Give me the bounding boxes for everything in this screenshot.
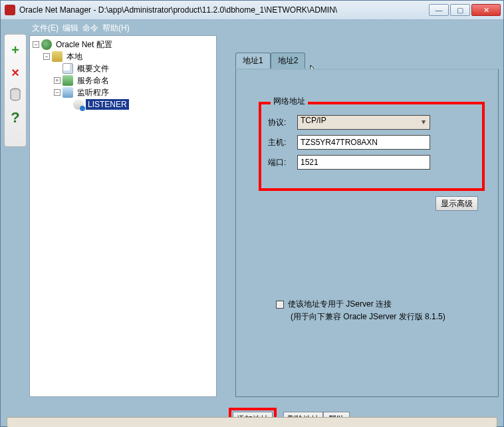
minimize-button[interactable]: — — [429, 4, 449, 16]
menu-help[interactable]: 帮助(H) — [102, 23, 130, 34]
title-bar[interactable]: Oracle Net Manager - D:\app\Administrato… — [1, 1, 503, 20]
add-icon[interactable]: + — [5, 40, 25, 60]
group-legend: 网络地址 — [271, 96, 308, 107]
tree-profile[interactable]: 概要文件 — [54, 63, 213, 74]
jserver-row: 使该地址专用于 JServer 连接 (用于向下兼容 Oracle JServe… — [276, 299, 485, 323]
maximize-button[interactable]: ▢ — [450, 4, 470, 16]
tree-panel: −Oracle Net 配置 −本地 概要文件 +服务命名 −监听程序 LIST… — [29, 35, 217, 397]
jserver-note: (用于向下兼容 Oracle JServer 发行版 8.1.5) — [291, 311, 485, 323]
jserver-label: 使该地址专用于 JServer 连接 — [288, 299, 392, 309]
help-icon[interactable]: ? — [5, 108, 25, 128]
status-bar — [7, 417, 497, 427]
file-icon — [63, 63, 73, 74]
menu-file[interactable]: 文件(E) — [32, 23, 59, 34]
menu-bar: 文件(E) 编辑 命令 帮助(H) — [1, 21, 503, 34]
listener-icon — [63, 87, 73, 98]
tab-body: 网络地址 协议: TCP/IP 主机: 端口: — [235, 69, 499, 397]
tree-listener[interactable]: −监听程序 — [54, 86, 213, 98]
tool-sidebar: + × ? — [4, 34, 27, 147]
app-icon — [5, 5, 15, 15]
close-button[interactable]: ✕ — [471, 4, 501, 16]
port-input[interactable] — [297, 155, 430, 170]
protocol-select[interactable]: TCP/IP — [297, 115, 430, 130]
detail-panel: 地址1地址2 网络地址 协议: TCP/IP 主机: — [229, 35, 499, 397]
host-input[interactable] — [297, 135, 430, 150]
folder-icon — [52, 51, 63, 62]
tree-root[interactable]: −Oracle Net 配置 — [33, 39, 213, 51]
delete-icon[interactable]: × — [5, 63, 25, 82]
menu-edit[interactable]: 编辑 — [63, 23, 78, 34]
tree-local[interactable]: −本地 — [43, 51, 213, 63]
protocol-label: 协议: — [268, 117, 297, 128]
service-icon — [63, 75, 73, 86]
host-label: 主机: — [268, 137, 297, 148]
db-icon[interactable] — [5, 85, 25, 105]
tab-address1[interactable]: 地址1 — [235, 53, 271, 69]
tab-address2[interactable]: 地址2 — [271, 53, 306, 69]
globe-icon — [41, 39, 52, 50]
show-advanced-button[interactable]: 显示高级 — [436, 196, 478, 211]
tree-listener-item[interactable]: LISTENER — [64, 98, 213, 110]
menu-command[interactable]: 命令 — [82, 23, 98, 34]
window-title: Oracle Net Manager - D:\app\Administrato… — [19, 5, 429, 15]
listener-item-icon — [73, 99, 84, 110]
bottom-bar: 添加地址 删除地址 帮助 — [1, 402, 503, 427]
jserver-checkbox[interactable] — [276, 301, 284, 309]
port-label: 端口: — [268, 157, 297, 168]
tree-service[interactable]: +服务命名 — [54, 74, 213, 86]
network-address-group: 网络地址 协议: TCP/IP 主机: 端口: — [259, 102, 485, 191]
app-window: Oracle Net Manager - D:\app\Administrato… — [0, 0, 504, 427]
